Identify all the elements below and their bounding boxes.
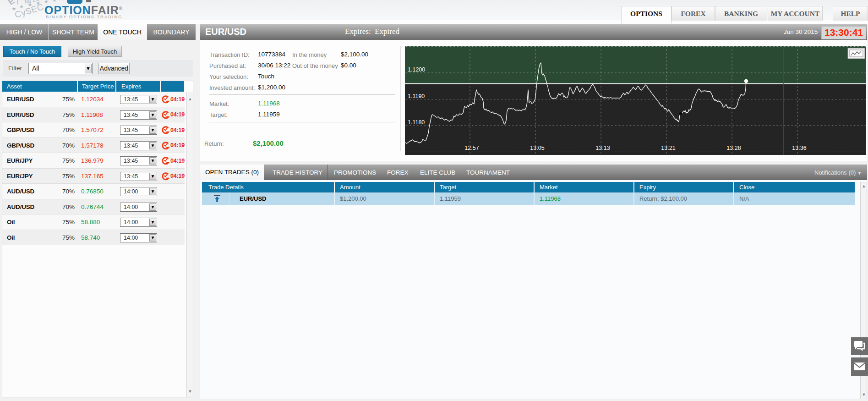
svg-text:1.1180: 1.1180 — [408, 119, 425, 126]
svg-text:1.1200: 1.1200 — [408, 66, 425, 73]
svg-text:13:05: 13:05 — [530, 145, 544, 151]
svg-text:13:28: 13:28 — [726, 145, 741, 151]
svg-text:12:57: 12:57 — [464, 145, 479, 151]
svg-text:13:36: 13:36 — [792, 145, 806, 151]
svg-text:13:21: 13:21 — [661, 145, 675, 151]
svg-text:1.1190: 1.1190 — [408, 93, 425, 99]
svg-text:13:13: 13:13 — [595, 145, 610, 151]
